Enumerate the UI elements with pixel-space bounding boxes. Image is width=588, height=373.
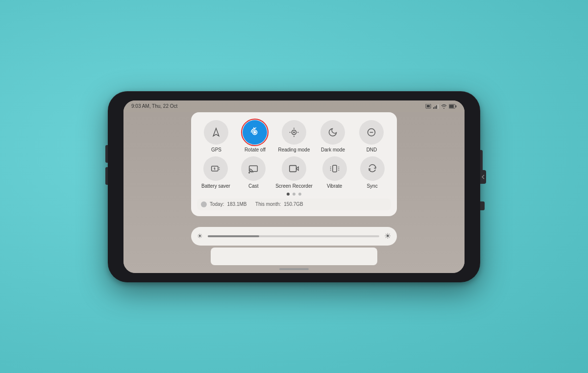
- brightness-track[interactable]: [208, 235, 379, 237]
- dnd-tile[interactable]: DND: [356, 120, 387, 152]
- back-button[interactable]: [480, 170, 486, 184]
- status-icons: [425, 104, 457, 109]
- data-usage-row: Today: 183.1MB This month: 150.7GB: [197, 199, 391, 210]
- dot-2: [293, 193, 295, 196]
- gps-tile[interactable]: GPS: [200, 120, 232, 152]
- status-time: 9:03 AM, Thu, 22 Oct: [131, 103, 177, 109]
- battery-saver-icon-wrap: [203, 156, 228, 181]
- svg-rect-26: [249, 166, 258, 172]
- vibrate-icon-wrap: [322, 156, 347, 181]
- cast-icon-wrap: [241, 156, 266, 181]
- vibrate-tile[interactable]: Vibrate: [319, 156, 350, 189]
- status-bar: 9:03 AM, Thu, 22 Oct: [123, 100, 465, 112]
- quick-settings-panel: GPS Rotate off: [191, 112, 397, 216]
- battery-saver-label: Battery saver: [201, 183, 230, 189]
- brightness-high-icon: ☀: [384, 231, 391, 241]
- rotate-off-icon-wrap: [243, 120, 267, 145]
- tiles-row-2: Battery saver Cast: [197, 156, 391, 189]
- reading-mode-label: Reading mode: [278, 147, 310, 152]
- dark-mode-tile[interactable]: Dark mode: [317, 120, 348, 152]
- sync-label: Sync: [367, 183, 377, 189]
- svg-rect-28: [290, 165, 296, 172]
- volume-up-button[interactable]: [105, 145, 108, 163]
- today-label: Today:: [210, 201, 224, 207]
- screen-recorder-icon-wrap: [282, 156, 306, 181]
- phone-shell: 9:03 AM, Thu, 22 Oct: [108, 91, 480, 282]
- vibrate-label: Vibrate: [327, 183, 343, 189]
- signal-icon: [433, 104, 439, 109]
- sim-icon: [425, 104, 431, 109]
- bottom-suggestion-bar: [211, 248, 377, 265]
- rotate-off-label: Rotate off: [245, 147, 266, 152]
- brightness-low-icon: ☀: [197, 232, 203, 240]
- month-value: 150.7GB: [284, 201, 303, 207]
- svg-rect-3: [435, 106, 436, 109]
- reading-mode-tile[interactable]: Reading mode: [278, 120, 310, 152]
- svg-point-6: [443, 108, 444, 109]
- battery-icon: [449, 104, 457, 109]
- dark-mode-icon-wrap: [320, 120, 345, 145]
- dnd-label: DND: [367, 147, 377, 152]
- screen-recorder-label: Screen Recorder: [275, 183, 313, 189]
- dot-1: [287, 193, 290, 196]
- brightness-fill: [208, 235, 259, 237]
- cast-label: Cast: [248, 183, 259, 189]
- gps-icon-wrap: [204, 120, 228, 145]
- battery-saver-tile[interactable]: Battery saver: [200, 156, 231, 189]
- dark-mode-label: Dark mode: [321, 147, 345, 152]
- screen-recorder-tile[interactable]: Screen Recorder: [275, 156, 313, 189]
- volume-down-button[interactable]: [105, 167, 108, 185]
- svg-rect-8: [456, 105, 457, 107]
- home-button[interactable]: [480, 201, 485, 210]
- sync-tile[interactable]: Sync: [357, 156, 388, 189]
- gps-label: GPS: [211, 147, 221, 152]
- handle-bar: [279, 268, 309, 270]
- phone-screen: 9:03 AM, Thu, 22 Oct: [123, 100, 465, 273]
- brightness-bar-container[interactable]: ☀ ☀: [191, 227, 397, 246]
- wifi-icon: [441, 104, 447, 109]
- svg-rect-5: [438, 104, 439, 109]
- svg-point-13: [293, 131, 295, 133]
- sync-icon-wrap: [360, 156, 385, 181]
- svg-rect-1: [427, 105, 430, 107]
- svg-rect-2: [433, 107, 434, 109]
- tiles-row-1: GPS Rotate off: [197, 120, 391, 152]
- svg-rect-4: [436, 105, 437, 109]
- month-label: This month:: [255, 201, 281, 207]
- cast-tile[interactable]: Cast: [238, 156, 269, 189]
- rotate-off-tile[interactable]: Rotate off: [239, 120, 270, 152]
- today-value: 183.1MB: [227, 201, 246, 207]
- svg-rect-9: [449, 105, 454, 108]
- dnd-icon-wrap: [359, 120, 384, 145]
- pagination-dots: [197, 193, 391, 196]
- svg-point-27: [249, 172, 250, 173]
- data-usage-icon: [201, 201, 207, 207]
- svg-point-11: [254, 131, 256, 133]
- reading-mode-icon-wrap: [282, 120, 306, 145]
- svg-rect-30: [332, 165, 336, 172]
- dot-3: [298, 193, 301, 196]
